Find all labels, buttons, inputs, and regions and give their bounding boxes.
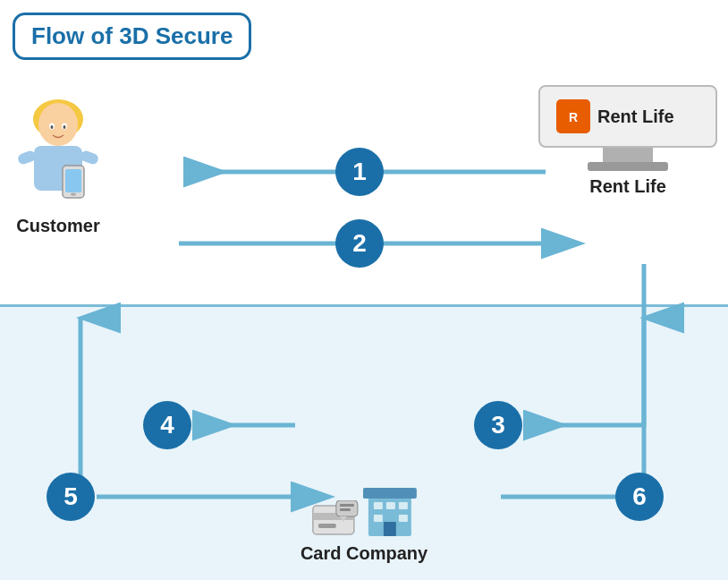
step-1-circle: 1: [335, 148, 384, 196]
svg-rect-20: [340, 508, 351, 511]
rentlife-actor: R Rent Life Rent Life: [538, 85, 717, 197]
credit-card-icon: [311, 500, 360, 538]
step-2-circle: 2: [335, 219, 384, 268]
svg-rect-26: [374, 515, 383, 522]
monitor-base: [588, 162, 668, 171]
svg-text:R: R: [569, 110, 578, 124]
page-title: Flow of 3D Secure: [31, 22, 233, 49]
cardco-icon: [311, 481, 417, 538]
cardco-actor: Card Company: [301, 481, 427, 564]
cardco-label: Card Company: [301, 543, 427, 564]
svg-rect-19: [340, 504, 354, 507]
customer-icon: [9, 85, 107, 210]
building-icon: [363, 481, 417, 538]
svg-rect-27: [399, 515, 408, 522]
rentlife-logo-text: Rent Life: [597, 107, 674, 127]
svg-rect-28: [384, 522, 396, 536]
svg-rect-10: [65, 169, 81, 192]
svg-point-11: [71, 193, 76, 196]
svg-rect-25: [399, 502, 408, 509]
svg-point-4: [51, 125, 54, 129]
svg-point-5: [63, 125, 66, 129]
customer-label: Customer: [16, 216, 99, 236]
monitor-stand: [603, 148, 653, 162]
customer-actor: Customer: [9, 85, 107, 236]
step-3-circle: 3: [474, 401, 522, 449]
title-box: Flow of 3D Secure: [13, 13, 251, 60]
rentlife-logo-icon: R: [556, 99, 590, 133]
step-5-circle: 5: [47, 473, 95, 521]
step-4-circle: 4: [143, 401, 191, 449]
svg-rect-22: [363, 488, 417, 499]
rentlife-label: Rent Life: [589, 176, 666, 197]
monitor-screen: R Rent Life: [538, 85, 717, 148]
svg-rect-24: [386, 502, 395, 509]
svg-rect-16: [318, 524, 336, 528]
svg-rect-23: [374, 502, 383, 509]
step-6-circle: 6: [615, 473, 664, 521]
svg-point-1: [38, 103, 78, 146]
